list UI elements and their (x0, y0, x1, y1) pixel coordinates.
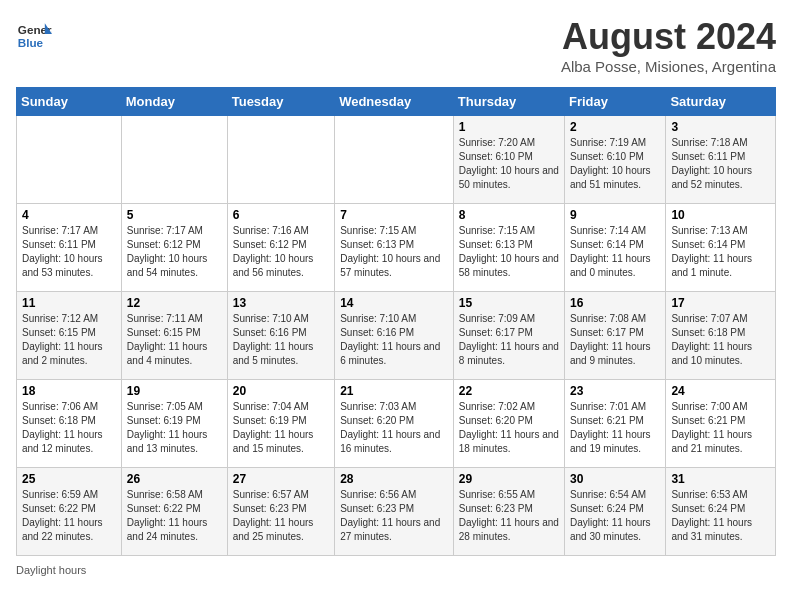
day-header-saturday: Saturday (666, 88, 776, 116)
day-number: 6 (233, 208, 329, 222)
day-header-row: SundayMondayTuesdayWednesdayThursdayFrid… (17, 88, 776, 116)
day-header-wednesday: Wednesday (335, 88, 454, 116)
calendar-cell: 7Sunrise: 7:15 AM Sunset: 6:13 PM Daylig… (335, 204, 454, 292)
calendar-cell: 3Sunrise: 7:18 AM Sunset: 6:11 PM Daylig… (666, 116, 776, 204)
calendar-cell (227, 116, 334, 204)
day-number: 25 (22, 472, 116, 486)
day-number: 21 (340, 384, 448, 398)
day-number: 23 (570, 384, 660, 398)
day-info: Sunrise: 7:07 AM Sunset: 6:18 PM Dayligh… (671, 312, 770, 368)
calendar-cell: 1Sunrise: 7:20 AM Sunset: 6:10 PM Daylig… (453, 116, 564, 204)
day-number: 26 (127, 472, 222, 486)
calendar-body: 1Sunrise: 7:20 AM Sunset: 6:10 PM Daylig… (17, 116, 776, 556)
day-info: Sunrise: 7:14 AM Sunset: 6:14 PM Dayligh… (570, 224, 660, 280)
day-number: 28 (340, 472, 448, 486)
footer: Daylight hours (16, 564, 776, 576)
day-number: 5 (127, 208, 222, 222)
day-number: 19 (127, 384, 222, 398)
month-title: August 2024 (561, 16, 776, 58)
week-row-3: 11Sunrise: 7:12 AM Sunset: 6:15 PM Dayli… (17, 292, 776, 380)
day-header-monday: Monday (121, 88, 227, 116)
day-info: Sunrise: 7:17 AM Sunset: 6:12 PM Dayligh… (127, 224, 222, 280)
calendar-cell (17, 116, 122, 204)
day-info: Sunrise: 7:11 AM Sunset: 6:15 PM Dayligh… (127, 312, 222, 368)
day-number: 24 (671, 384, 770, 398)
calendar-cell: 27Sunrise: 6:57 AM Sunset: 6:23 PM Dayli… (227, 468, 334, 556)
day-info: Sunrise: 7:15 AM Sunset: 6:13 PM Dayligh… (340, 224, 448, 280)
calendar-cell: 6Sunrise: 7:16 AM Sunset: 6:12 PM Daylig… (227, 204, 334, 292)
day-info: Sunrise: 6:56 AM Sunset: 6:23 PM Dayligh… (340, 488, 448, 544)
calendar-cell: 13Sunrise: 7:10 AM Sunset: 6:16 PM Dayli… (227, 292, 334, 380)
calendar-cell: 16Sunrise: 7:08 AM Sunset: 6:17 PM Dayli… (564, 292, 665, 380)
day-number: 27 (233, 472, 329, 486)
day-info: Sunrise: 6:57 AM Sunset: 6:23 PM Dayligh… (233, 488, 329, 544)
day-number: 13 (233, 296, 329, 310)
logo: General Blue (16, 16, 54, 52)
day-info: Sunrise: 7:10 AM Sunset: 6:16 PM Dayligh… (340, 312, 448, 368)
calendar-cell: 11Sunrise: 7:12 AM Sunset: 6:15 PM Dayli… (17, 292, 122, 380)
day-info: Sunrise: 7:04 AM Sunset: 6:19 PM Dayligh… (233, 400, 329, 456)
calendar-cell: 2Sunrise: 7:19 AM Sunset: 6:10 PM Daylig… (564, 116, 665, 204)
calendar-cell: 25Sunrise: 6:59 AM Sunset: 6:22 PM Dayli… (17, 468, 122, 556)
day-info: Sunrise: 7:17 AM Sunset: 6:11 PM Dayligh… (22, 224, 116, 280)
day-number: 22 (459, 384, 559, 398)
day-info: Sunrise: 6:55 AM Sunset: 6:23 PM Dayligh… (459, 488, 559, 544)
day-info: Sunrise: 7:02 AM Sunset: 6:20 PM Dayligh… (459, 400, 559, 456)
day-number: 7 (340, 208, 448, 222)
calendar-cell (335, 116, 454, 204)
day-number: 11 (22, 296, 116, 310)
day-number: 15 (459, 296, 559, 310)
day-number: 3 (671, 120, 770, 134)
day-info: Sunrise: 7:12 AM Sunset: 6:15 PM Dayligh… (22, 312, 116, 368)
calendar-cell: 21Sunrise: 7:03 AM Sunset: 6:20 PM Dayli… (335, 380, 454, 468)
day-info: Sunrise: 7:03 AM Sunset: 6:20 PM Dayligh… (340, 400, 448, 456)
day-number: 18 (22, 384, 116, 398)
day-info: Sunrise: 6:54 AM Sunset: 6:24 PM Dayligh… (570, 488, 660, 544)
calendar-cell: 20Sunrise: 7:04 AM Sunset: 6:19 PM Dayli… (227, 380, 334, 468)
day-info: Sunrise: 7:16 AM Sunset: 6:12 PM Dayligh… (233, 224, 329, 280)
day-info: Sunrise: 7:15 AM Sunset: 6:13 PM Dayligh… (459, 224, 559, 280)
calendar-cell: 29Sunrise: 6:55 AM Sunset: 6:23 PM Dayli… (453, 468, 564, 556)
location-title: Alba Posse, Misiones, Argentina (561, 58, 776, 75)
day-number: 1 (459, 120, 559, 134)
day-info: Sunrise: 7:10 AM Sunset: 6:16 PM Dayligh… (233, 312, 329, 368)
calendar-cell: 17Sunrise: 7:07 AM Sunset: 6:18 PM Dayli… (666, 292, 776, 380)
day-info: Sunrise: 7:06 AM Sunset: 6:18 PM Dayligh… (22, 400, 116, 456)
calendar-cell: 31Sunrise: 6:53 AM Sunset: 6:24 PM Dayli… (666, 468, 776, 556)
day-info: Sunrise: 6:58 AM Sunset: 6:22 PM Dayligh… (127, 488, 222, 544)
day-info: Sunrise: 7:20 AM Sunset: 6:10 PM Dayligh… (459, 136, 559, 192)
week-row-4: 18Sunrise: 7:06 AM Sunset: 6:18 PM Dayli… (17, 380, 776, 468)
calendar-cell: 5Sunrise: 7:17 AM Sunset: 6:12 PM Daylig… (121, 204, 227, 292)
logo-icon: General Blue (16, 16, 52, 52)
day-info: Sunrise: 7:05 AM Sunset: 6:19 PM Dayligh… (127, 400, 222, 456)
svg-text:Blue: Blue (18, 36, 44, 49)
calendar-cell: 18Sunrise: 7:06 AM Sunset: 6:18 PM Dayli… (17, 380, 122, 468)
calendar-cell: 24Sunrise: 7:00 AM Sunset: 6:21 PM Dayli… (666, 380, 776, 468)
day-info: Sunrise: 7:18 AM Sunset: 6:11 PM Dayligh… (671, 136, 770, 192)
day-number: 31 (671, 472, 770, 486)
calendar-cell: 26Sunrise: 6:58 AM Sunset: 6:22 PM Dayli… (121, 468, 227, 556)
day-info: Sunrise: 7:19 AM Sunset: 6:10 PM Dayligh… (570, 136, 660, 192)
week-row-5: 25Sunrise: 6:59 AM Sunset: 6:22 PM Dayli… (17, 468, 776, 556)
calendar-cell: 14Sunrise: 7:10 AM Sunset: 6:16 PM Dayli… (335, 292, 454, 380)
day-info: Sunrise: 7:08 AM Sunset: 6:17 PM Dayligh… (570, 312, 660, 368)
day-number: 14 (340, 296, 448, 310)
week-row-1: 1Sunrise: 7:20 AM Sunset: 6:10 PM Daylig… (17, 116, 776, 204)
day-header-thursday: Thursday (453, 88, 564, 116)
calendar-cell: 10Sunrise: 7:13 AM Sunset: 6:14 PM Dayli… (666, 204, 776, 292)
calendar-cell: 28Sunrise: 6:56 AM Sunset: 6:23 PM Dayli… (335, 468, 454, 556)
title-block: August 2024 Alba Posse, Misiones, Argent… (561, 16, 776, 75)
day-number: 17 (671, 296, 770, 310)
day-number: 30 (570, 472, 660, 486)
day-number: 16 (570, 296, 660, 310)
day-number: 8 (459, 208, 559, 222)
day-header-sunday: Sunday (17, 88, 122, 116)
day-number: 20 (233, 384, 329, 398)
calendar-cell: 22Sunrise: 7:02 AM Sunset: 6:20 PM Dayli… (453, 380, 564, 468)
calendar-cell: 12Sunrise: 7:11 AM Sunset: 6:15 PM Dayli… (121, 292, 227, 380)
day-number: 2 (570, 120, 660, 134)
calendar-cell: 23Sunrise: 7:01 AM Sunset: 6:21 PM Dayli… (564, 380, 665, 468)
daylight-label: Daylight hours (16, 564, 86, 576)
day-info: Sunrise: 6:53 AM Sunset: 6:24 PM Dayligh… (671, 488, 770, 544)
day-info: Sunrise: 7:00 AM Sunset: 6:21 PM Dayligh… (671, 400, 770, 456)
